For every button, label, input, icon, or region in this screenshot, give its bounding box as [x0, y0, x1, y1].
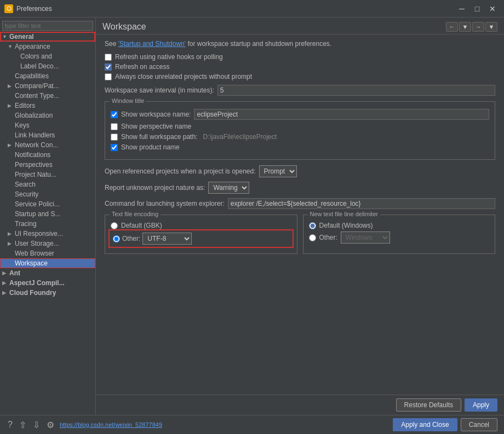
sidebar-item-keys[interactable]: Keys — [0, 120, 95, 130]
sidebar-item-project-natu[interactable]: Project Natu... — [0, 170, 95, 180]
line-delimiter-section-label: New text file line delimiter — [308, 211, 381, 217]
sidebar-item-user-storage[interactable]: ▶ User Storage... — [0, 239, 95, 248]
show-full-path-label: Show full workspace path: — [121, 133, 197, 141]
show-product-name-checkbox[interactable] — [111, 144, 118, 151]
sidebar-label-tracing: Tracing — [15, 220, 37, 228]
encoding-default-radio[interactable] — [111, 222, 118, 229]
description-rest: for workspace startup and shutdown prefe… — [187, 40, 331, 48]
sidebar-item-perspectives[interactable]: Perspectives — [0, 160, 95, 170]
refresh-access-checkbox[interactable] — [105, 63, 112, 71]
expand-arrow-compare: ▶ — [8, 83, 13, 89]
window-controls: ─ □ ✕ — [455, 3, 500, 14]
refresh-access-label: Refresh on access — [115, 63, 169, 71]
report-unknown-label: Report unknown project nature as: — [105, 184, 205, 192]
sidebar-label-appearance: Appearance — [15, 43, 50, 50]
import-preferences-button[interactable]: ⇩ — [32, 419, 41, 431]
show-workspace-name-checkbox[interactable] — [111, 111, 118, 118]
window-title: Preferences — [16, 5, 455, 13]
nav-back-button[interactable]: ← — [446, 22, 458, 32]
command-label: Command for launching system explorer: — [105, 200, 225, 207]
expand-arrow-ui: ▶ — [8, 231, 13, 236]
sidebar-item-service-polici[interactable]: Service Polici... — [0, 199, 95, 209]
sidebar-label-editors: Editors — [15, 102, 35, 109]
sidebar-item-general[interactable]: ▼ General — [0, 32, 95, 42]
sidebar-item-notifications[interactable]: Notifications — [0, 150, 95, 160]
delimiter-default-radio[interactable] — [309, 222, 316, 229]
sidebar-item-startup[interactable]: Startup and S... — [0, 209, 95, 219]
settings-button[interactable]: ⚙ — [45, 419, 55, 431]
sidebar-item-capabilities[interactable]: Capabilities — [0, 71, 95, 81]
encoding-other-select[interactable]: UTF-8 US-ASCII ISO-8859-1 UTF-16 GBK — [142, 233, 192, 245]
sidebar-item-editors[interactable]: ▶ Editors — [0, 101, 95, 111]
workspace-name-input[interactable] — [194, 109, 489, 120]
show-workspace-name-row: Show workspace name: — [111, 109, 489, 120]
text-encoding-section-label: Text file encoding — [110, 211, 161, 217]
report-unknown-row: Report unknown project nature as: Warnin… — [105, 182, 495, 194]
sidebar-item-globalization[interactable]: Globalization — [0, 111, 95, 120]
refresh-native-checkbox[interactable] — [105, 54, 112, 61]
apply-button[interactable]: Apply — [465, 398, 497, 412]
apply-and-close-button[interactable]: Apply and Close — [393, 418, 457, 431]
encoding-other-radio[interactable] — [113, 235, 120, 242]
save-interval-input[interactable] — [217, 85, 495, 96]
restore-defaults-button[interactable]: Restore Defaults — [396, 398, 461, 412]
sidebar-item-security[interactable]: Security — [0, 189, 95, 199]
save-interval-row: Workspace save interval (in minutes): — [105, 85, 495, 96]
sidebar-item-web-browser[interactable]: Web Browser — [0, 248, 95, 258]
encoding-default-label: Default (GBK) — [121, 222, 162, 229]
sidebar-item-cloud-foundry[interactable]: ▶ Cloud Foundry — [0, 288, 95, 298]
sidebar-item-ant[interactable]: ▶ Ant — [0, 268, 95, 278]
sidebar-item-label-deco[interactable]: Label Deco... — [0, 61, 95, 71]
show-perspective-name-checkbox[interactable] — [111, 123, 118, 130]
command-row: Command for launching system explorer: — [105, 198, 495, 209]
help-button[interactable]: ? — [7, 419, 14, 431]
sidebar-item-tracing[interactable]: Tracing — [0, 219, 95, 229]
delimiter-default-row: Default (Windows) — [309, 222, 490, 229]
checkbox-refresh-access: Refresh on access — [105, 63, 495, 71]
nav-back-dropdown-button[interactable]: ▼ — [459, 22, 471, 32]
report-unknown-select[interactable]: Warning Error Info Ignore — [208, 182, 249, 194]
sidebar-item-aspectj[interactable]: ▶ AspectJ Compil... — [0, 278, 95, 288]
export-preferences-button[interactable]: ⇧ — [18, 419, 27, 431]
footer-link[interactable]: https://blog.csdn.net/weixin_52877849 — [60, 421, 162, 428]
sidebar-label-capabilities: Capabilities — [15, 72, 49, 80]
content-pane: Workspace ← ▼ → ▼ See 'Startup and Shutd… — [96, 18, 504, 415]
always-close-checkbox[interactable] — [105, 73, 112, 80]
window-title-section-label: Window title — [110, 97, 146, 104]
content-page-title: Workspace — [102, 22, 146, 32]
expand-arrow-ant: ▶ — [2, 270, 8, 276]
always-close-label: Always close unrelated projects without … — [115, 73, 252, 80]
sidebar-item-appearance[interactable]: ▼ Appearance — [0, 42, 95, 51]
sidebar-item-link-handlers[interactable]: Link Handlers — [0, 130, 95, 140]
cancel-button[interactable]: Cancel — [461, 418, 497, 431]
sidebar-label-project-natu: Project Natu... — [15, 171, 56, 178]
minimize-button[interactable]: ─ — [455, 3, 469, 14]
sidebar-item-search[interactable]: Search — [0, 180, 95, 189]
nav-forward-button[interactable]: → — [472, 22, 484, 32]
nav-forward-dropdown-button[interactable]: ▼ — [485, 22, 497, 32]
title-bar: ⬡ Preferences ─ □ ✕ — [0, 0, 504, 18]
sidebar-label-compare: Compare/Pat... — [15, 82, 59, 90]
close-button[interactable]: ✕ — [485, 3, 500, 14]
description-line: See 'Startup and Shutdown' for workspace… — [105, 40, 495, 48]
sidebar-search-container — [0, 19, 95, 32]
command-input[interactable] — [228, 198, 495, 209]
sidebar-item-ui-responsive[interactable]: ▶ UI Responsive... — [0, 229, 95, 239]
delimiter-other-select[interactable]: Windows Unix Mac OS X — [341, 232, 390, 244]
open-ref-select[interactable]: Prompt Always Never — [259, 165, 297, 177]
maximize-button[interactable]: □ — [470, 3, 484, 14]
startup-shutdown-link[interactable]: 'Startup and Shutdown' — [118, 40, 186, 48]
nav-arrows-container: ← ▼ → ▼ — [446, 22, 497, 32]
delimiter-other-radio[interactable] — [309, 234, 316, 241]
sidebar-item-content-type[interactable]: Content Type... — [0, 91, 95, 101]
show-full-path-row: Show full workspace path: D:\javaFile\ec… — [111, 133, 489, 141]
show-full-path-checkbox[interactable] — [111, 134, 118, 141]
sidebar-item-colors[interactable]: Colors and — [0, 51, 95, 61]
content-header: Workspace ← ▼ → ▼ — [96, 18, 504, 34]
sidebar-item-compare[interactable]: ▶ Compare/Pat... — [0, 81, 95, 91]
sidebar-item-network[interactable]: ▶ Network Con... — [0, 140, 95, 150]
sidebar-search-input[interactable] — [2, 21, 93, 31]
encoding-sections: Text file encoding Default (GBK) Other: … — [105, 215, 495, 254]
sidebar-item-workspace[interactable]: Workspace — [0, 258, 95, 268]
sidebar-label-notifications: Notifications — [15, 151, 50, 159]
